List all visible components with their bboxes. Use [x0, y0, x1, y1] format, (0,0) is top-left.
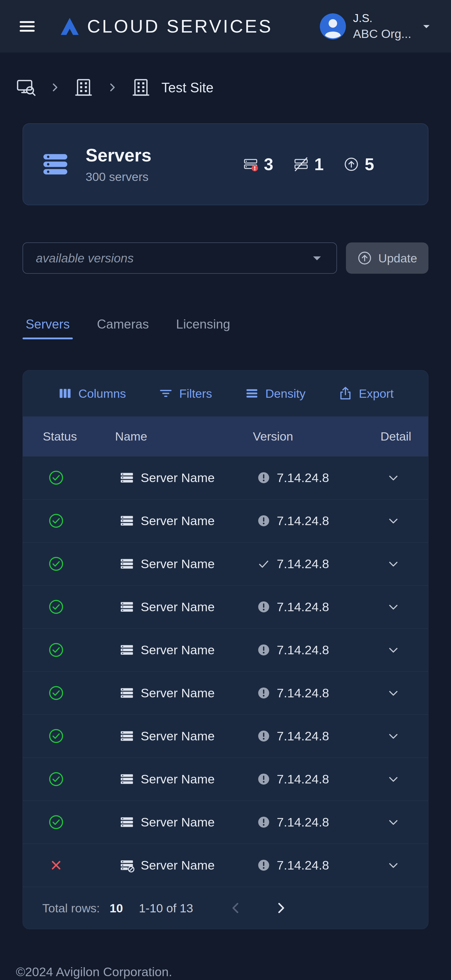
- export-button[interactable]: Export: [338, 386, 394, 401]
- stat-error-count: 3: [264, 154, 273, 174]
- stat-servers-error: 3: [243, 154, 273, 174]
- status-ok-icon: [48, 728, 64, 744]
- table-row: Server Name 7.14.24.8: [23, 542, 429, 585]
- server-version: 7.14.24.8: [277, 557, 329, 571]
- servers-table: Status Name Version Detail: [23, 417, 429, 887]
- column-header-detail: Detail: [356, 417, 429, 456]
- user-menu[interactable]: J.S. ABC Org...: [320, 12, 432, 41]
- expand-row-button[interactable]: [384, 469, 402, 487]
- table-row: Server Name 7.14.24.8: [23, 628, 429, 671]
- server-disconnected-icon: [119, 858, 135, 873]
- density-button[interactable]: Density: [244, 386, 305, 401]
- column-header-status: Status: [23, 417, 100, 456]
- column-header-name: Name: [100, 417, 248, 456]
- server-icon: [119, 772, 135, 787]
- server-icon: [119, 815, 135, 830]
- expand-row-button[interactable]: [384, 813, 402, 831]
- table-row: Server Name 7.14.24.8: [23, 844, 429, 887]
- status-ok-icon: [48, 815, 64, 830]
- server-version: 7.14.24.8: [277, 729, 329, 743]
- server-version: 7.14.24.8: [277, 686, 329, 700]
- expand-row-button[interactable]: [384, 555, 402, 573]
- site-icon[interactable]: [131, 77, 151, 98]
- expand-row-button[interactable]: [384, 770, 402, 788]
- summary-title: Servers: [86, 145, 151, 165]
- previous-page-button[interactable]: [227, 899, 246, 918]
- status-ok-icon: [48, 642, 64, 658]
- server-icon: [119, 513, 135, 528]
- version-warning-icon: [257, 686, 271, 700]
- next-page-button[interactable]: [271, 899, 290, 918]
- expand-row-button[interactable]: [384, 727, 402, 745]
- update-button[interactable]: Update: [346, 242, 429, 274]
- server-name: Server Name: [141, 600, 215, 614]
- columns-icon: [57, 386, 73, 401]
- available-versions-select[interactable]: available versions: [22, 242, 337, 274]
- stat-updates-available: 5: [344, 154, 374, 174]
- organization-icon[interactable]: [16, 77, 37, 98]
- server-name: Server Name: [141, 557, 215, 571]
- density-icon: [244, 386, 260, 401]
- tab-licensing[interactable]: Licensing: [173, 317, 233, 339]
- table-row: Server Name 7.14.24.8: [23, 757, 429, 800]
- status-ok-icon: [48, 599, 64, 614]
- chevron-down-icon: [421, 21, 432, 32]
- status-ok-icon: [48, 556, 64, 571]
- server-icon: [119, 728, 135, 744]
- brand: CLOUD SERVICES: [59, 16, 273, 37]
- copyright: ©2024 Avigilon Corporation.: [16, 965, 451, 979]
- status-ok-icon: [48, 685, 64, 701]
- status-error-icon: [48, 858, 64, 873]
- expand-row-button[interactable]: [384, 856, 402, 874]
- pagination-range: 1-10 of 13: [139, 901, 193, 915]
- export-icon: [338, 386, 353, 401]
- server-version: 7.14.24.8: [277, 815, 329, 829]
- version-warning-icon: [257, 600, 271, 614]
- version-warning-icon: [257, 772, 271, 786]
- update-button-label: Update: [378, 251, 417, 265]
- stat-servers-disconnected: 1: [294, 154, 324, 174]
- expand-row-button[interactable]: [384, 641, 402, 659]
- table-row: Server Name 7.14.24.8: [23, 499, 429, 542]
- update-bar: available versions Update: [22, 242, 429, 274]
- version-warning-icon: [257, 471, 271, 485]
- version-warning-icon: [257, 815, 271, 829]
- servers-table-card: Columns Filters Density Export Sta: [22, 370, 429, 929]
- expand-row-button[interactable]: [384, 512, 402, 530]
- server-name: Server Name: [141, 471, 215, 485]
- breadcrumb-site-label: Test Site: [162, 80, 213, 95]
- site-group-icon[interactable]: [73, 77, 94, 98]
- update-available-icon: [344, 157, 359, 172]
- summary-titles: Servers 300 servers: [86, 145, 151, 184]
- columns-button[interactable]: Columns: [57, 386, 126, 401]
- server-name: Server Name: [141, 514, 215, 528]
- breadcrumb-current: Test Site: [131, 77, 213, 98]
- server-name: Server Name: [141, 686, 215, 700]
- server-name: Server Name: [141, 858, 215, 872]
- server-icon: [119, 556, 135, 571]
- server-version: 7.14.24.8: [277, 772, 329, 786]
- filters-label: Filters: [179, 387, 212, 401]
- brand-title: CLOUD SERVICES: [87, 16, 273, 37]
- menu-icon[interactable]: [15, 14, 39, 38]
- server-name: Server Name: [141, 772, 215, 786]
- summary-subtitle: 300 servers: [86, 170, 151, 184]
- table-header: Status Name Version Detail: [23, 417, 429, 456]
- version-ok-icon: [257, 557, 271, 571]
- table-row: Server Name 7.14.24.8: [23, 456, 429, 499]
- version-warning-icon: [257, 729, 271, 743]
- server-name: Server Name: [141, 643, 215, 657]
- select-caret-icon: [310, 251, 324, 265]
- filters-button[interactable]: Filters: [158, 386, 212, 401]
- server-disconnected-icon: [294, 157, 309, 172]
- tab-servers[interactable]: Servers: [22, 317, 73, 339]
- breadcrumb-chevron-icon: [106, 82, 118, 93]
- columns-label: Columns: [78, 387, 126, 401]
- expand-row-button[interactable]: [384, 598, 402, 616]
- expand-row-button[interactable]: [384, 684, 402, 702]
- stat-disconnected-count: 1: [314, 154, 324, 174]
- tab-cameras[interactable]: Cameras: [94, 317, 152, 339]
- user-initials: J.S.: [353, 12, 411, 25]
- version-warning-icon: [257, 643, 271, 657]
- breadcrumb: Test Site: [16, 77, 451, 98]
